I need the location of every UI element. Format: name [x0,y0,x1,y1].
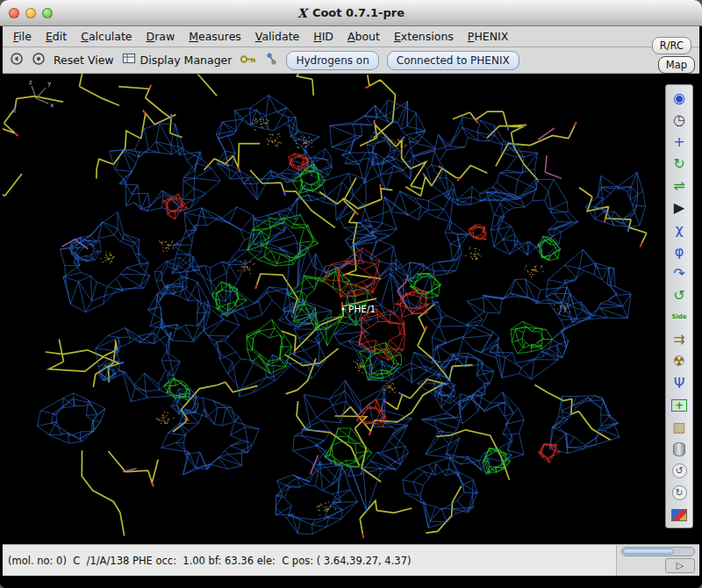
window-title: X Coot 0.7.1-pre [297,6,405,20]
window-bottom-edge [0,576,702,588]
mutate-button[interactable]: ⇉ [667,328,691,350]
undo-button[interactable]: ↺ [667,460,691,482]
coot-window: X Coot 0.7.1-pre FileEditCalculateDrawMe… [0,0,702,588]
window-controls [9,8,53,18]
side-chain-180-icon: Side [671,314,686,320]
circle-arrow-icon[interactable] [10,52,24,69]
overflow-arrow-button[interactable]: ▷ [665,558,695,573]
brush-icon: ▨ [672,420,685,434]
hydrogens-toggle-button[interactable]: Hydrogens on [286,51,378,70]
cylinder-icon [673,442,685,456]
menu-item-about[interactable]: About [340,27,387,46]
menu-item-extensions[interactable]: Extensions [387,27,461,46]
main-area: xyzPHE/1 ◉ ◷ + ↻ ⇌ ▶ χ φ ↷ ↺ Side ⇉ ☢ [3,74,699,544]
add-atom-button[interactable]: + [667,394,691,416]
screenshot-icon [671,509,687,521]
add-atom-icon: + [671,399,687,412]
clock-icon: ◷ [673,113,685,127]
menu-item-draw[interactable]: Draw [140,27,183,46]
circle-dot-icon[interactable] [32,52,46,69]
menu-item-calculate[interactable]: Calculate [74,27,139,46]
svg-text:y: y [47,80,51,87]
triangle-right-icon: ▷ [677,560,684,571]
svg-text:PHE/1: PHE/1 [348,304,376,314]
add-terminal-residue-icon: Ψ [674,376,685,391]
close-button[interactable] [9,8,19,18]
zoom-button[interactable] [42,8,53,18]
status-text: (mol. no: 0) C /1/A/138 PHE occ: 1.00 bf… [8,555,411,567]
flip-peptide-icon: ↷ [673,267,684,281]
graphics-canvas: xyzPHE/1 [3,74,659,544]
radiation-button[interactable]: ☢ [667,350,691,372]
regularize-icon: ⇌ [673,179,684,193]
play-button[interactable]: ▶ [667,197,691,219]
menu-item-file[interactable]: File [6,27,39,46]
window-title-text: Coot 0.7.1-pre [312,6,405,19]
menu-item-measures[interactable]: Measures [182,27,248,46]
viewport-3d[interactable]: xyzPHE/1 [3,74,659,544]
redo-button[interactable]: ↻ [667,482,691,504]
play-icon: ▶ [674,201,684,215]
display-manager-button[interactable]: Display Manager [140,54,233,67]
redo-icon: ↻ [672,485,687,500]
rrc-button[interactable]: R/RC [652,37,691,54]
menu-item-hid[interactable]: HID [306,27,340,46]
svg-text:x: x [50,102,54,109]
svg-text:z: z [29,79,32,86]
undo-icon: ↺ [672,463,687,478]
torsion-icon: φ [675,245,684,259]
menu-item-validate[interactable]: Validate [248,27,306,46]
translate-button[interactable]: + [667,131,691,153]
screenshot-button[interactable] [667,504,691,526]
translate-icon: + [673,135,684,149]
radiation-icon: ☢ [673,355,685,369]
model-toolbar: ◉ ◷ + ↻ ⇌ ▶ χ φ ↷ ↺ Side ⇉ ☢ Ψ + ▨ [665,84,693,528]
map-button[interactable]: Map [658,56,695,74]
phenix-status-button[interactable]: Connected to PHENIX [387,51,519,70]
reset-view-button[interactable]: Reset View [54,54,114,67]
map-sphere-icon: ◉ [673,91,685,105]
menubar: FileEditCalculateDrawMeasuresValidateHID… [3,26,699,47]
status-right: ▷ [617,545,699,576]
brush-button[interactable]: ▨ [667,416,691,438]
atom-pair-icon[interactable] [265,52,278,69]
regularize-button[interactable]: ⇌ [667,175,691,197]
refine-icon: ↻ [673,157,684,171]
scrollbar-thumb[interactable] [623,549,674,555]
display-manager-group: Display Manager [122,52,233,68]
status-row: (mol. no: 0) C /1/A/138 PHE occ: 1.00 bf… [3,544,699,576]
torsion-button[interactable]: φ [667,240,691,262]
refine-button[interactable]: ↻ [667,153,691,175]
main-toolbar: Reset View Display Manager Hydrogens on … [3,47,699,74]
mutate-icon: ⇉ [673,333,684,347]
clock-button[interactable]: ◷ [667,109,691,131]
minimize-button[interactable] [25,8,36,18]
auto-fit-rotamer-button[interactable]: ↺ [667,284,691,306]
monitor-grid-icon [122,52,136,68]
add-terminal-residue-button[interactable]: Ψ [667,372,691,394]
key-icon[interactable] [240,52,257,68]
horizontal-scrollbar[interactable] [621,547,695,556]
auto-fit-rotamer-icon: ↺ [673,289,684,303]
cylinder-button[interactable] [667,438,691,460]
x11-icon: X [297,6,307,20]
titlebar[interactable]: X Coot 0.7.1-pre [0,0,702,26]
side-chain-180-button[interactable]: Side [667,306,691,328]
flip-peptide-button[interactable]: ↷ [667,262,691,284]
map-sphere-button[interactable]: ◉ [667,87,691,109]
menu-item-edit[interactable]: Edit [39,27,74,46]
chi-angles-button[interactable]: χ [667,219,691,240]
menu-item-phenix[interactable]: PHENIX [461,27,515,46]
right-column: ◉ ◷ + ↻ ⇌ ▶ χ φ ↷ ↺ Side ⇉ ☢ Ψ + ▨ [659,74,699,544]
statusbar: (mol. no: 0) C /1/A/138 PHE occ: 1.00 bf… [3,545,617,576]
chi-angles-icon: χ [675,223,683,237]
